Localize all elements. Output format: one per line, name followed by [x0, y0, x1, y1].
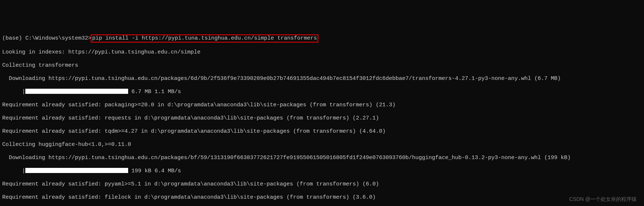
command-highlight: pip install -i https://pypi.tuna.tsinghu… — [91, 34, 318, 43]
command-text: pip install -i https://pypi.tuna.tsinghu… — [92, 35, 317, 41]
progress-line: | 6.7 MB 1.1 MB/s — [2, 89, 642, 95]
progress-line: | 199 kB 6.4 MB/s — [2, 168, 642, 174]
terminal-output: (base) C:\Windows\system32>pip install -… — [2, 28, 642, 206]
progress-speed: 199 kB 6.4 MB/s — [128, 168, 181, 174]
bar-prefix: | — [22, 168, 25, 174]
progress-bar-icon — [25, 168, 128, 173]
prompt-path: C:\Windows\system32> — [25, 35, 91, 41]
watermark-text: CSDN @一个处女座的程序猿 — [569, 196, 637, 202]
output-line: Requirement already satisfied: pyyaml>=5… — [2, 181, 642, 188]
progress-speed: 6.7 MB 1.1 MB/s — [128, 89, 181, 95]
output-line: Collecting huggingface-hub<1.0,>=0.11.0 — [2, 141, 642, 148]
progress-bar-icon — [25, 89, 128, 94]
output-line: Requirement already satisfied: tqdm>=4.2… — [2, 128, 642, 135]
bar-prefix: | — [22, 89, 25, 95]
output-line: Requirement already satisfied: packaging… — [2, 102, 642, 108]
prompt-env: (base) — [2, 35, 25, 41]
output-line: Looking in indexes: https://pypi.tuna.ts… — [2, 49, 642, 56]
output-line: Collecting transformers — [2, 62, 642, 69]
output-line: Requirement already satisfied: filelock … — [2, 194, 642, 201]
output-line: Downloading https://pypi.tuna.tsinghua.e… — [2, 76, 642, 82]
output-line: Downloading https://pypi.tuna.tsinghua.e… — [2, 155, 642, 161]
output-line: Requirement already satisfied: requests … — [2, 115, 642, 122]
prompt-line[interactable]: (base) C:\Windows\system32>pip install -… — [2, 34, 642, 43]
